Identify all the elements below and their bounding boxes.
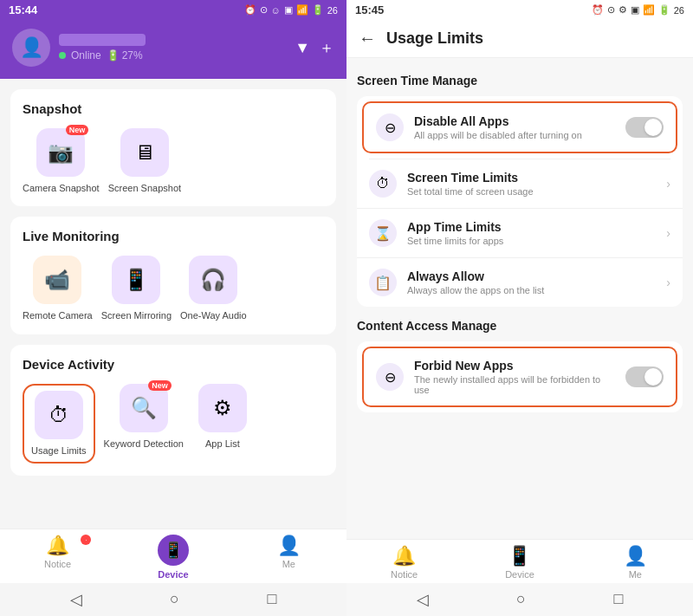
right-nav-notice[interactable]: 🔔 Notice	[346, 545, 462, 580]
screen-time-icon: ⏱	[369, 170, 397, 198]
notice-icon: 🔔	[46, 535, 69, 557]
me-label: Me	[282, 559, 295, 569]
online-dot	[59, 52, 66, 59]
remote-camera-item[interactable]: 📹 Remote Camera	[23, 256, 93, 321]
back-button-right[interactable]: ←	[359, 29, 376, 49]
screen-mirroring-item[interactable]: 📱 Screen Mirroring	[101, 256, 172, 321]
screen-mirroring-label: Screen Mirroring	[101, 309, 172, 321]
right-notice-label: Notice	[391, 569, 418, 580]
dropdown-icon[interactable]: ▼	[295, 39, 310, 57]
forbid-apps-text: Forbid New Apps The newly installed apps…	[414, 359, 615, 395]
screen-snapshot-label: Screen Snapshot	[108, 182, 181, 194]
usage-limits-label: Usage Limits	[31, 444, 87, 457]
app-time-text: App Time Limits Set time limits for apps	[407, 220, 656, 246]
nav-notice[interactable]: 🔔 · Notice	[0, 535, 115, 580]
screen-time-text: Screen Time Limits Set total time of scr…	[407, 171, 656, 197]
left-content: Snapshot 📷 New Camera Snapshot 🖥 Screen …	[0, 79, 346, 528]
screen-snapshot-icon-box: 🖥	[120, 128, 169, 177]
notice-label: Notice	[44, 559, 71, 569]
notice-badge: ·	[81, 535, 91, 545]
right-status-icons: ⏰ ⊙ ⚙ ▣ 📶 🔋 26	[592, 4, 684, 16]
add-icon[interactable]: ＋	[319, 37, 334, 58]
screen-mirroring-icon-box: 📱	[112, 256, 160, 304]
keyword-detection-item[interactable]: 🔍 New Keyword Detection	[104, 384, 184, 464]
avatar: 👤	[12, 29, 50, 67]
left-battery-level: 26	[327, 5, 338, 16]
right-nav-me[interactable]: 👤 Me	[578, 545, 693, 580]
app-list-item[interactable]: ⚙ App List	[192, 384, 253, 464]
app-time-title: App Time Limits	[407, 220, 656, 234]
right-status-bar: 15:45 ⏰ ⊙ ⚙ ▣ 📶 🔋 26	[346, 0, 693, 20]
right-notice-icon: 🔔	[392, 545, 416, 567]
right-content: Screen Time Manage ⊖ Disable All Apps Al…	[346, 58, 693, 539]
back-button[interactable]: ◁	[70, 590, 82, 609]
right-alarm-icon: ⏰	[592, 4, 604, 16]
right-me-icon: 👤	[624, 545, 647, 567]
forbid-apps-icon: ⊖	[376, 363, 404, 391]
status-text: Online	[71, 49, 101, 62]
keyword-badge: New	[148, 380, 172, 391]
right-wifi-icon: 📶	[643, 4, 655, 16]
camera-icon: 📷	[48, 140, 74, 165]
left-bottom-nav: 🔔 · Notice 📱 Device 👤 Me	[0, 528, 346, 583]
home-button[interactable]: ○	[170, 590, 179, 609]
nav-device[interactable]: 📱 Device	[115, 535, 230, 580]
nav-me[interactable]: 👤 Me	[231, 535, 346, 580]
camera-snapshot-label: Camera Snapshot	[23, 182, 100, 194]
right-device-label: Device	[505, 569, 534, 580]
disable-apps-toggle[interactable]	[625, 117, 664, 138]
disable-all-apps-item[interactable]: ⊖ Disable All Apps All apps will be disa…	[364, 103, 676, 152]
device-activity-title: Device Activity	[23, 357, 324, 372]
usage-limits-icon: ⏱	[49, 403, 69, 427]
right-sim-icon: ▣	[631, 4, 639, 16]
chevron-icon-1: ›	[666, 177, 670, 191]
right-home-button[interactable]: ○	[516, 590, 526, 609]
screen-mirroring-icon: 📱	[123, 268, 149, 292]
device-activity-grid: ⏱ Usage Limits 🔍 New Keyword Detection ⚙…	[23, 384, 324, 464]
smile-icon: ☺	[271, 5, 281, 16]
always-allow-desc: Always allow the apps on the list	[407, 285, 656, 295]
app-list-label: App List	[205, 438, 240, 450]
app-time-limits-item[interactable]: ⌛ App Time Limits Set time limits for ap…	[357, 209, 683, 258]
device-icon: 📱	[158, 535, 189, 566]
always-allow-item[interactable]: 📋 Always Allow Always allow the apps on …	[357, 258, 683, 307]
right-battery-icon: 🔋	[658, 4, 670, 16]
right-battery-level: 26	[674, 5, 684, 16]
forbid-new-apps-item[interactable]: ⊖ Forbid New Apps The newly installed ap…	[364, 348, 676, 405]
forbid-apps-highlight: ⊖ Forbid New Apps The newly installed ap…	[362, 347, 677, 407]
right-me-label: Me	[629, 569, 642, 580]
left-system-nav: ◁ ○ □	[0, 583, 346, 616]
forbid-apps-title: Forbid New Apps	[414, 359, 615, 373]
usage-limits-item[interactable]: ⏱ Usage Limits	[23, 384, 95, 464]
always-allow-title: Always Allow	[407, 269, 656, 283]
header-actions: ▼ ＋	[295, 37, 334, 58]
keyword-detection-icon-box: 🔍 New	[120, 384, 168, 432]
right-system-nav: ◁ ○ □	[346, 583, 693, 616]
user-name: ‌	[59, 34, 146, 46]
right-time: 15:45	[355, 3, 384, 16]
wifi-icon: 📶	[296, 4, 308, 16]
chevron-icon-3: ›	[666, 276, 670, 289]
remote-camera-label: Remote Camera	[23, 309, 93, 321]
keyword-icon: 🔍	[131, 396, 157, 420]
one-way-audio-label: One-Way Audio	[180, 309, 247, 321]
usage-limits-icon-box: ⏱	[35, 391, 83, 439]
camera-snapshot-icon-box: 📷 New	[36, 128, 85, 177]
always-allow-text: Always Allow Always allow the apps on th…	[407, 269, 656, 295]
right-back-button[interactable]: ◁	[417, 590, 429, 609]
battery-icon-header: 🔋	[107, 49, 120, 62]
right-nav-device[interactable]: 📱 Device	[462, 545, 577, 580]
sim-icon: ▣	[284, 4, 293, 16]
battery-icon: 🔋	[312, 4, 324, 16]
screen-time-title: Screen Time Limits	[407, 171, 656, 185]
right-recent-button[interactable]: □	[613, 590, 623, 609]
forbid-apps-toggle[interactable]	[625, 366, 664, 387]
always-allow-icon: 📋	[369, 269, 397, 296]
one-way-audio-item[interactable]: 🎧 One-Way Audio	[180, 256, 247, 321]
content-access-card: ⊖ Forbid New Apps The newly installed ap…	[357, 341, 683, 412]
recent-button[interactable]: □	[267, 590, 276, 609]
audio-icon: 🎧	[200, 268, 226, 292]
screen-snapshot-item[interactable]: 🖥 Screen Snapshot	[108, 128, 181, 194]
camera-snapshot-item[interactable]: 📷 New Camera Snapshot	[23, 128, 100, 194]
screen-time-limits-item[interactable]: ⏱ Screen Time Limits Set total time of s…	[357, 159, 683, 209]
